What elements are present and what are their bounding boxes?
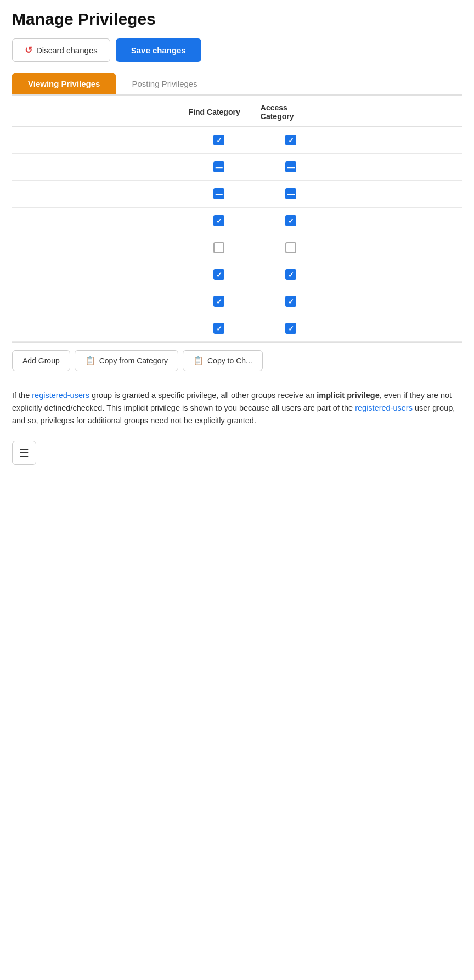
extra-cell	[327, 154, 462, 181]
extra-cell	[327, 261, 462, 288]
access-category-checkbox[interactable]	[285, 188, 296, 199]
find-category-checkbox[interactable]	[213, 242, 224, 253]
access-category-cell	[255, 154, 327, 181]
find-category-cell	[183, 261, 255, 288]
table-row	[12, 154, 462, 181]
access-category-checkbox[interactable]	[285, 269, 296, 280]
copy-to-icon: 📋	[193, 356, 204, 366]
col-header-extra	[327, 96, 462, 127]
col-header-group	[12, 96, 183, 127]
find-category-cell	[183, 315, 255, 342]
access-category-cell	[255, 127, 327, 154]
access-category-cell	[255, 261, 327, 288]
find-category-checkbox[interactable]	[213, 269, 224, 280]
row-group-label	[12, 154, 183, 181]
row-group-label	[12, 261, 183, 288]
access-category-checkbox[interactable]	[285, 161, 296, 172]
info-bold: implicit privilege	[317, 391, 379, 400]
copy-from-button[interactable]: 📋 Copy from Category	[75, 350, 178, 371]
find-category-cell	[183, 234, 255, 261]
extra-cell	[327, 127, 462, 154]
menu-button[interactable]: ☰	[12, 441, 36, 465]
table-row	[12, 181, 462, 208]
info-prefix: If the	[12, 391, 32, 400]
access-category-checkbox[interactable]	[285, 135, 296, 145]
copy-to-button[interactable]: 📋 Copy to Ch...	[183, 350, 263, 371]
row-group-label	[12, 208, 183, 234]
tab-posting[interactable]: Posting Privileges	[116, 73, 213, 94]
access-category-cell	[255, 315, 327, 342]
table-row	[12, 127, 462, 154]
access-category-checkbox[interactable]	[285, 323, 296, 334]
col-header-find: Find Category	[183, 96, 255, 127]
tab-viewing[interactable]: Viewing Privileges	[12, 73, 116, 94]
privileges-table: Find Category Access Category	[12, 96, 462, 342]
find-category-cell	[183, 127, 255, 154]
info-middle1: group is granted a specific privilege, a…	[89, 391, 317, 400]
row-group-label	[12, 288, 183, 315]
access-category-cell	[255, 208, 327, 234]
extra-cell	[327, 181, 462, 208]
row-group-label	[12, 181, 183, 208]
info-text: If the registered-users group is granted…	[12, 389, 462, 428]
extra-cell	[327, 208, 462, 234]
add-group-button[interactable]: Add Group	[12, 350, 70, 371]
tabs-row: Viewing Privileges Posting Privileges	[12, 73, 462, 96]
find-category-checkbox[interactable]	[213, 215, 224, 226]
row-group-label	[12, 127, 183, 154]
find-category-checkbox[interactable]	[213, 161, 224, 172]
access-category-checkbox[interactable]	[285, 215, 296, 226]
access-category-cell	[255, 234, 327, 261]
access-category-cell	[255, 181, 327, 208]
find-category-cell	[183, 288, 255, 315]
table-row	[12, 261, 462, 288]
find-category-cell	[183, 154, 255, 181]
table-row	[12, 234, 462, 261]
row-group-label	[12, 234, 183, 261]
col-header-access: Access Category	[255, 96, 327, 127]
copy-to-label: Copy to Ch...	[207, 356, 252, 365]
copy-from-label: Copy from Category	[99, 356, 168, 365]
access-category-cell	[255, 288, 327, 315]
extra-cell	[327, 315, 462, 342]
table-row	[12, 208, 462, 234]
row-group-label	[12, 315, 183, 342]
action-row: Add Group 📋 Copy from Category 📋 Copy to…	[12, 342, 462, 379]
toolbar: ↺ Discard changes Save changes	[12, 38, 462, 62]
discard-label: Discard changes	[36, 46, 98, 55]
find-category-checkbox[interactable]	[213, 296, 224, 307]
page-title: Manage Privileges	[12, 10, 462, 29]
extra-cell	[327, 234, 462, 261]
find-category-checkbox[interactable]	[213, 188, 224, 199]
find-category-checkbox[interactable]	[213, 323, 224, 334]
table-row	[12, 288, 462, 315]
find-category-cell	[183, 181, 255, 208]
extra-cell	[327, 288, 462, 315]
save-button[interactable]: Save changes	[116, 38, 201, 62]
find-category-cell	[183, 208, 255, 234]
table-row	[12, 315, 462, 342]
discard-button[interactable]: ↺ Discard changes	[12, 38, 110, 62]
info-link1[interactable]: registered-users	[32, 391, 89, 400]
copy-from-icon: 📋	[85, 356, 95, 366]
discard-icon: ↺	[25, 44, 32, 56]
info-link2[interactable]: registered-users	[355, 404, 413, 412]
access-category-checkbox[interactable]	[285, 242, 296, 253]
access-category-checkbox[interactable]	[285, 296, 296, 307]
find-category-checkbox[interactable]	[213, 135, 224, 145]
